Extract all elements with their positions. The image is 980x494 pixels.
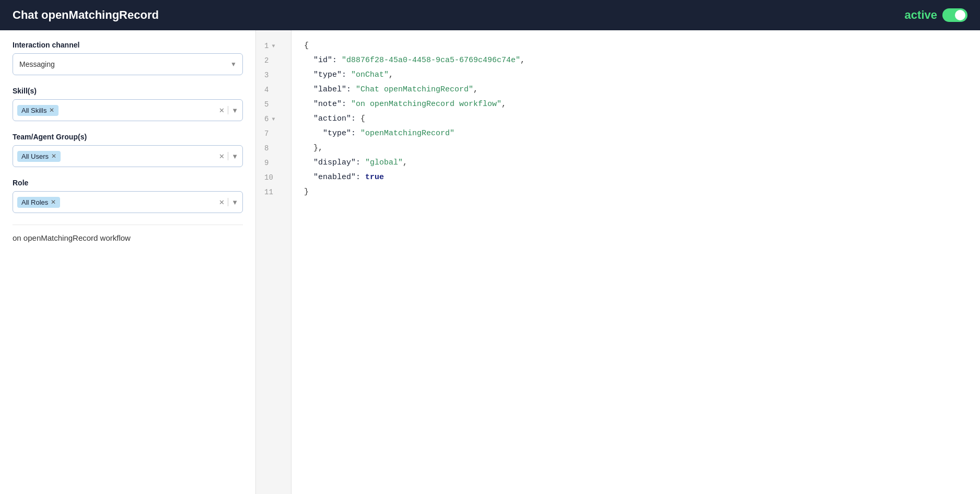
role-group: Role All Roles ✕ ✕ ▼ (13, 179, 243, 213)
team-agent-select-controls: ✕ ▼ (219, 152, 238, 160)
skills-tag-close-icon[interactable]: ✕ (49, 107, 54, 113)
main-container: Interaction channel Messaging ▼ Skill(s)… (0, 30, 980, 494)
line-num-2: 2 (256, 53, 291, 68)
role-divider (228, 198, 228, 206)
role-tag-label: All Roles (21, 198, 48, 206)
interaction-channel-label: Interaction channel (13, 41, 243, 49)
role-chevron-icon[interactable]: ▼ (231, 198, 238, 206)
team-agent-tag-label: All Users (21, 152, 49, 160)
role-clear-icon[interactable]: ✕ (219, 198, 225, 206)
code-line-7: "type": "openMatchingRecord" (304, 126, 967, 141)
line-num-10: 10 (256, 170, 291, 185)
code-line-11: } (304, 185, 967, 199)
team-agent-chevron-icon[interactable]: ▼ (231, 152, 238, 160)
line-num-3: 3 (256, 68, 291, 83)
role-tag-select[interactable]: All Roles ✕ ✕ ▼ (13, 191, 243, 213)
code-line-9: "display": "global", (304, 156, 967, 170)
skills-group: Skill(s) All Skills ✕ ✕ ▼ (13, 87, 243, 121)
right-panel: 1 ▼ 2 3 4 5 6 ▼ (256, 30, 980, 494)
note-text: on openMatchingRecord workflow (13, 225, 243, 251)
code-line-10: "enabled": true (304, 170, 967, 185)
collapse-arrow-1[interactable]: ▼ (272, 43, 278, 49)
team-agent-tag-all-users: All Users ✕ (17, 151, 61, 162)
interaction-channel-group: Interaction channel Messaging ▼ (13, 41, 243, 75)
code-line-6: "action": { (304, 112, 967, 126)
interaction-channel-select-wrapper: Messaging ▼ (13, 53, 243, 75)
skills-label: Skill(s) (13, 87, 243, 95)
skills-tag-label: All Skills (21, 107, 46, 114)
role-label: Role (13, 179, 243, 187)
status-container: active (905, 8, 967, 22)
code-line-4: "label": "Chat openMatchingRecord", (304, 83, 967, 97)
skills-divider (228, 106, 228, 114)
line-numbers: 1 ▼ 2 3 4 5 6 ▼ (256, 30, 291, 494)
team-agent-tag-close-icon[interactable]: ✕ (51, 153, 56, 159)
team-agent-divider (228, 152, 228, 160)
skills-chevron-icon[interactable]: ▼ (231, 107, 238, 114)
line-num-4: 4 (256, 83, 291, 97)
line-num-1: 1 ▼ (256, 39, 291, 53)
skills-tag-all-skills: All Skills ✕ (17, 105, 59, 116)
active-toggle[interactable] (942, 8, 967, 22)
role-select-controls: ✕ ▼ (219, 198, 238, 206)
page-title: Chat openMatchingRecord (13, 8, 159, 22)
collapse-arrow-6[interactable]: ▼ (272, 116, 278, 122)
code-line-8: }, (304, 141, 967, 156)
skills-tag-select[interactable]: All Skills ✕ ✕ ▼ (13, 99, 243, 121)
code-line-2: "id": "d8876f28-45a0-4458-9ca5-6769c496c… (304, 53, 967, 68)
role-tag-all-roles: All Roles ✕ (17, 197, 60, 208)
line-num-7: 7 (256, 126, 291, 141)
team-agent-tag-select[interactable]: All Users ✕ ✕ ▼ (13, 145, 243, 167)
left-panel: Interaction channel Messaging ▼ Skill(s)… (0, 30, 256, 494)
team-agent-label: Team/Agent Group(s) (13, 133, 243, 141)
interaction-channel-select[interactable]: Messaging (13, 53, 243, 75)
line-num-8: 8 (256, 141, 291, 156)
code-line-1: { (304, 39, 967, 53)
skills-clear-icon[interactable]: ✕ (219, 107, 225, 114)
code-line-3: "type": "onChat", (304, 68, 967, 83)
code-editor[interactable]: 1 ▼ 2 3 4 5 6 ▼ (256, 30, 980, 494)
team-agent-group: Team/Agent Group(s) All Users ✕ ✕ ▼ (13, 133, 243, 167)
code-content: { "id": "d8876f28-45a0-4458-9ca5-6769c49… (291, 30, 980, 494)
line-num-6: 6 ▼ (256, 112, 291, 126)
role-tag-close-icon[interactable]: ✕ (51, 199, 56, 205)
status-label: active (905, 8, 937, 22)
line-num-5: 5 (256, 97, 291, 112)
code-line-5: "note": "on openMatchingRecord workflow"… (304, 97, 967, 112)
team-agent-clear-icon[interactable]: ✕ (219, 152, 225, 160)
line-num-9: 9 (256, 156, 291, 170)
header: Chat openMatchingRecord active (0, 0, 980, 30)
line-num-11: 11 (256, 185, 291, 199)
skills-select-controls: ✕ ▼ (219, 106, 238, 114)
